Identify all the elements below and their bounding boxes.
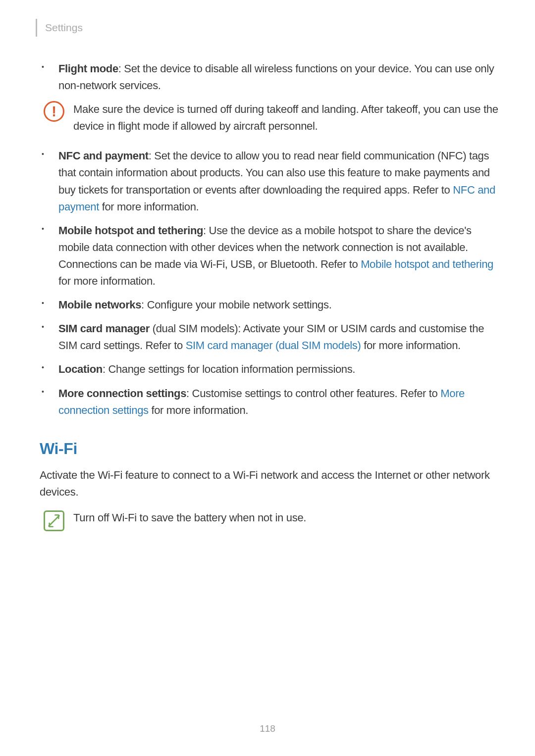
note-icon (44, 510, 64, 531)
link-sim[interactable]: SIM card manager (dual SIM models) (186, 339, 361, 352)
heading-wifi: Wi-Fi (40, 440, 499, 458)
desc-nfc-post: for more information. (99, 201, 199, 213)
desc-more-post: for more information. (149, 404, 248, 416)
bullet-list-top: Flight mode: Set the device to disable a… (40, 60, 499, 94)
header-bar (36, 19, 37, 37)
item-mobile-networks: Mobile networks: Configure your mobile n… (54, 297, 499, 313)
main-content: Flight mode: Set the device to disable a… (36, 60, 499, 531)
item-flight-mode: Flight mode: Set the device to disable a… (54, 60, 499, 94)
callout-note-wifi: Turn off Wi-Fi to save the battery when … (44, 509, 499, 531)
callout-warning-text: Make sure the device is turned off durin… (73, 101, 499, 135)
desc-flight-mode: : Set the device to disable all wireless… (58, 62, 494, 92)
item-location: Location: Change settings for location i… (54, 361, 499, 378)
item-more: More connection settings: Customise sett… (54, 385, 499, 419)
desc-location: : Change settings for location informati… (103, 363, 355, 375)
desc-mobile-networks: : Configure your mobile network settings… (141, 299, 331, 311)
callout-note-text: Turn off Wi-Fi to save the battery when … (73, 509, 306, 526)
term-mobile-networks: Mobile networks (58, 299, 141, 311)
page-header: Settings (36, 19, 499, 37)
term-hotspot: Mobile hotspot and tethering (58, 224, 203, 237)
item-nfc: NFC and payment: Set the device to allow… (54, 148, 499, 215)
wifi-intro: Activate the Wi-Fi feature to connect to… (40, 467, 499, 501)
bullet-list-main: NFC and payment: Set the device to allow… (40, 148, 499, 418)
desc-hotspot-post: for more information. (58, 275, 156, 287)
item-hotspot: Mobile hotspot and tethering: Use the de… (54, 222, 499, 290)
header-text: Settings (45, 22, 83, 34)
link-hotspot[interactable]: Mobile hotspot and tethering (361, 258, 493, 270)
term-more: More connection settings (58, 387, 186, 400)
desc-more-pre: : Customise settings to control other fe… (186, 387, 440, 400)
callout-warning-flight: ! Make sure the device is turned off dur… (44, 101, 499, 135)
term-sim: SIM card manager (58, 322, 150, 335)
page-number: 118 (0, 723, 535, 734)
item-sim: SIM card manager (dual SIM models): Acti… (54, 320, 499, 354)
desc-sim-post: for more information. (361, 339, 460, 352)
term-nfc: NFC and payment (58, 150, 149, 162)
term-flight-mode: Flight mode (58, 62, 118, 75)
warning-icon: ! (44, 101, 64, 122)
term-location: Location (58, 363, 103, 375)
